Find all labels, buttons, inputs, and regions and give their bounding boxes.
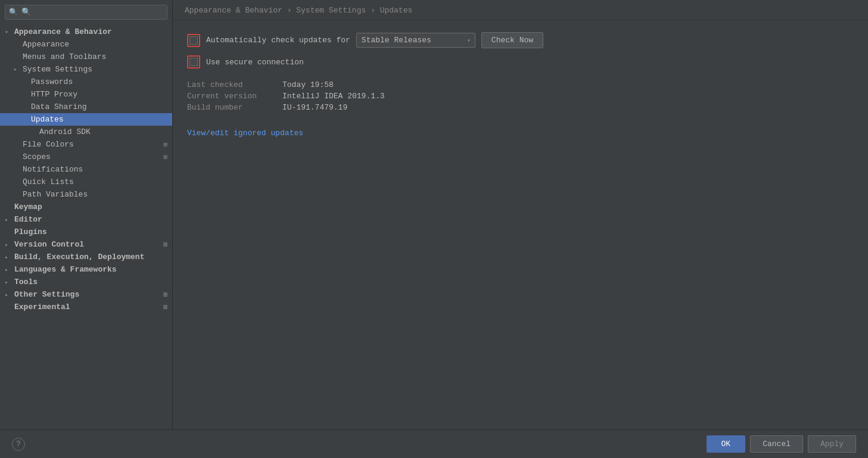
sidebar-badge-icon: ⊞ (163, 141, 167, 148)
tree-arrow-icon (13, 66, 20, 73)
sidebar-item-label: Version Control (14, 240, 84, 249)
last-checked-label: Last checked (187, 80, 282, 89)
sidebar-item-label: Keymap (14, 202, 42, 211)
info-table: Last checked Today 19:58 Current version… (187, 80, 854, 112)
sidebar-item-scopes[interactable]: Scopes⊞ (0, 151, 172, 163)
content-body: Automatically check updates for Stable R… (173, 20, 868, 429)
sidebar-item-label: Appearance & Behavior (14, 27, 112, 36)
sidebar-item-label: Build, Execution, Deployment (14, 253, 144, 261)
sidebar-item-menus-toolbars[interactable]: Menus and Toolbars (0, 51, 172, 63)
content-area: Appearance & Behavior › System Settings … (173, 0, 868, 429)
sidebar-item-appearance-behavior[interactable]: Appearance & Behavior (0, 26, 172, 38)
current-version-row: Current version IntelliJ IDEA 2019.1.3 (187, 92, 854, 101)
stable-releases-dropdown[interactable]: Stable ReleasesEarly Access ProgramBeta … (356, 33, 475, 48)
sidebar-item-languages-frameworks[interactable]: Languages & Frameworks (0, 263, 172, 276)
sidebar-tree: Appearance & BehaviorAppearanceMenus and… (0, 23, 172, 429)
secure-connection-label: Use secure connection (206, 58, 304, 67)
tree-arrow-icon (5, 241, 12, 248)
view-edit-link[interactable]: View/edit ignored updates (187, 129, 303, 138)
tree-arrow-icon (5, 279, 12, 286)
sidebar-item-tools[interactable]: Tools (0, 276, 172, 288)
sidebar-item-label: Passwords (31, 77, 73, 86)
sidebar: 🔍 Appearance & BehaviorAppearanceMenus a… (0, 0, 173, 429)
sidebar-item-label: Editor (14, 215, 42, 224)
sidebar-item-label: HTTP Proxy (31, 90, 77, 99)
auto-check-label: Automatically check updates for (206, 36, 350, 45)
search-icon: 🔍 (9, 8, 18, 17)
tree-arrow-icon (5, 291, 12, 298)
breadcrumb: Appearance & Behavior › System Settings … (173, 0, 868, 20)
tree-arrow-icon (5, 216, 12, 223)
sidebar-item-label: Scopes (23, 152, 51, 161)
build-number-label: Build number (187, 103, 282, 112)
sidebar-badge-icon: ⊞ (163, 291, 167, 298)
breadcrumb-text: Appearance & Behavior › System Settings … (185, 6, 412, 15)
sidebar-item-label: Updates (31, 115, 64, 124)
sidebar-item-label: Tools (14, 278, 38, 286)
current-version-label: Current version (187, 92, 282, 101)
sidebar-item-path-variables[interactable]: Path Variables (0, 188, 172, 201)
secure-connection-checkbox[interactable] (189, 58, 198, 66)
sidebar-item-label: Other Settings (14, 290, 79, 299)
secure-connection-row: Use secure connection (187, 55, 854, 68)
sidebar-item-label: Data Sharing (31, 102, 87, 111)
current-version-value: IntelliJ IDEA 2019.1.3 (282, 92, 385, 101)
sidebar-badge-icon: ⊞ (163, 303, 167, 311)
build-number-row: Build number IU-191.7479.19 (187, 103, 854, 112)
sidebar-item-file-colors[interactable]: File Colors⊞ (0, 138, 172, 151)
sidebar-item-label: Appearance (23, 40, 69, 49)
help-button[interactable]: ? (12, 438, 25, 451)
sidebar-item-editor[interactable]: Editor (0, 213, 172, 226)
sidebar-item-label: Path Variables (23, 190, 88, 199)
sidebar-item-experimental[interactable]: Experimental⊞ (0, 301, 172, 313)
sidebar-item-label: Notifications (23, 165, 83, 174)
last-checked-value: Today 19:58 (282, 80, 334, 89)
sidebar-item-other-settings[interactable]: Other Settings⊞ (0, 288, 172, 301)
sidebar-item-passwords[interactable]: Passwords (0, 76, 172, 88)
sidebar-item-label: Quick Lists (23, 177, 74, 186)
auto-check-checkbox-wrapper (187, 34, 200, 47)
sidebar-item-system-settings[interactable]: System Settings (0, 63, 172, 76)
auto-check-row: Automatically check updates for Stable R… (187, 32, 854, 48)
sidebar-item-label: System Settings (23, 65, 92, 74)
sidebar-item-appearance[interactable]: Appearance (0, 38, 172, 51)
bottom-buttons: OK Cancel Apply (707, 435, 856, 453)
sidebar-item-updates[interactable]: Updates (0, 113, 172, 126)
sidebar-item-build-execution[interactable]: Build, Execution, Deployment (0, 251, 172, 263)
sidebar-badge-icon: ⊞ (163, 241, 167, 248)
tree-arrow-icon (5, 254, 12, 261)
sidebar-badge-icon: ⊞ (163, 153, 167, 161)
sidebar-item-http-proxy[interactable]: HTTP Proxy (0, 88, 172, 101)
auto-check-checkbox[interactable] (189, 36, 198, 45)
sidebar-item-label: Plugins (14, 228, 47, 236)
sidebar-item-plugins[interactable]: Plugins (0, 226, 172, 238)
tree-arrow-icon (5, 29, 12, 36)
stable-releases-dropdown-wrapper: Stable ReleasesEarly Access ProgramBeta … (356, 33, 475, 48)
secure-connection-checkbox-wrapper (187, 55, 200, 68)
bottom-bar: ? OK Cancel Apply (0, 429, 868, 458)
cancel-button[interactable]: Cancel (750, 435, 803, 453)
sidebar-item-label: Menus and Toolbars (23, 52, 106, 61)
sidebar-item-label: Languages & Frameworks (14, 265, 117, 274)
sidebar-item-data-sharing[interactable]: Data Sharing (0, 101, 172, 113)
sidebar-item-version-control[interactable]: Version Control⊞ (0, 238, 172, 251)
search-box[interactable]: 🔍 (5, 5, 167, 20)
check-now-button[interactable]: Check Now (481, 32, 543, 48)
sidebar-item-label: Android SDK (39, 127, 91, 136)
apply-button[interactable]: Apply (808, 435, 856, 453)
sidebar-item-label: File Colors (23, 140, 74, 149)
sidebar-item-android-sdk[interactable]: Android SDK (0, 126, 172, 138)
sidebar-item-label: Experimental (14, 303, 70, 311)
search-input[interactable] (21, 8, 163, 17)
sidebar-item-keymap[interactable]: Keymap (0, 201, 172, 213)
ok-button[interactable]: OK (707, 435, 746, 453)
last-checked-row: Last checked Today 19:58 (187, 80, 854, 89)
tree-arrow-icon (5, 266, 12, 273)
sidebar-item-notifications[interactable]: Notifications (0, 163, 172, 176)
sidebar-item-quick-lists[interactable]: Quick Lists (0, 176, 172, 188)
build-number-value: IU-191.7479.19 (282, 103, 347, 112)
